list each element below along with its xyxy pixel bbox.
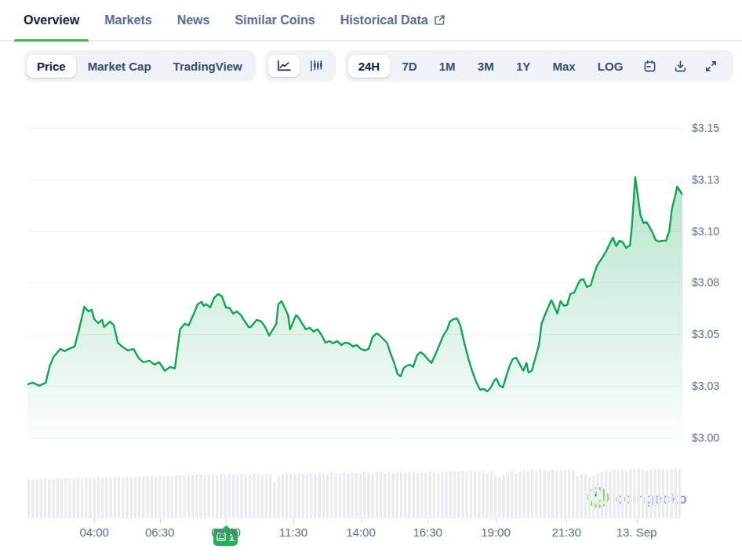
date-range-button[interactable]	[635, 55, 664, 78]
chart-area[interactable]: $3.15$3.13$3.10$3.08$3.05$3.03$3.00	[0, 83, 742, 560]
volume-bar	[44, 478, 46, 518]
download-chart-button[interactable]	[666, 55, 695, 78]
volume-bar	[265, 474, 267, 518]
volume-bar	[592, 475, 595, 518]
volume-bar	[408, 471, 410, 518]
volume-bar	[539, 469, 541, 518]
x-axis-label: 19:00	[481, 525, 511, 539]
volume-bar	[166, 475, 169, 518]
x-axis-label: 21:30	[551, 525, 581, 539]
volume-bar	[670, 469, 672, 518]
volume-bar	[555, 471, 558, 518]
volume-bar	[518, 471, 521, 518]
volume-bar	[134, 478, 136, 518]
tab-news[interactable]: News	[168, 0, 220, 40]
volume-bar	[175, 475, 177, 518]
volume-bar	[617, 471, 620, 518]
volume-bar	[547, 471, 550, 518]
price-button[interactable]: Price	[27, 55, 76, 78]
volume-bar	[441, 471, 443, 518]
volume-bar	[171, 476, 173, 518]
volume-bar	[105, 477, 107, 518]
volume-bar	[666, 471, 668, 518]
volume-bar	[428, 471, 431, 518]
volume-bar	[642, 469, 644, 518]
x-axis-label: 13. Sep	[617, 525, 657, 539]
volume-bar	[293, 475, 296, 518]
y-axis-label: $3.00	[692, 431, 719, 444]
volume-bar	[498, 478, 500, 518]
volume-bar	[445, 471, 447, 518]
volume-bar	[114, 478, 116, 518]
volume-bar	[187, 475, 190, 518]
volume-bar	[596, 473, 598, 518]
tab-historical-data[interactable]: Historical Data	[331, 0, 455, 40]
download-icon	[674, 60, 687, 73]
volume-bar	[302, 474, 304, 518]
tab-markets[interactable]: Markets	[95, 0, 161, 40]
volume-bar	[649, 469, 652, 518]
tab-similar-coins[interactable]: Similar Coins	[225, 0, 324, 40]
volume-bar	[351, 472, 353, 518]
volume-bar	[544, 471, 546, 518]
volume-bar	[391, 473, 394, 518]
volume-bar	[653, 470, 656, 518]
tradingview-button[interactable]: TradingView	[163, 55, 253, 78]
volume-bar	[588, 477, 591, 518]
volume-bar	[494, 475, 496, 518]
volume-bar	[142, 477, 144, 518]
range-3m-button[interactable]: 3M	[467, 55, 504, 78]
tab-overview[interactable]: Overview	[14, 0, 89, 40]
fullscreen-button[interactable]	[697, 55, 726, 78]
x-axis-label: 11:30	[279, 525, 307, 539]
volume-bar	[363, 472, 366, 518]
x-axis-tick	[427, 518, 428, 523]
price-series-canvas[interactable]	[27, 110, 682, 439]
volume-bar	[584, 475, 587, 518]
log-scale-button[interactable]: LOG	[587, 55, 634, 78]
volume-bar	[125, 476, 128, 518]
volume-bar	[367, 473, 369, 518]
volume-bar	[158, 476, 161, 518]
volume-bar	[486, 473, 489, 518]
volume-bar	[453, 471, 456, 518]
y-axis-label: $3.13	[692, 173, 719, 186]
volume-bar	[522, 471, 525, 518]
tab-similar-coins-label: Similar Coins	[235, 13, 315, 27]
calendar-icon	[643, 60, 657, 73]
volume-bar	[27, 479, 30, 518]
range-7d-button[interactable]: 7D	[391, 55, 427, 78]
volume-bar	[35, 478, 38, 518]
volume-bar	[89, 478, 91, 518]
x-axis-label: 14:00	[346, 525, 376, 539]
range-1y-button[interactable]: 1Y	[506, 55, 540, 78]
volume-bar	[515, 473, 517, 518]
volume-bar	[240, 474, 242, 518]
volume-bar	[457, 471, 460, 518]
volume-bar	[77, 478, 79, 518]
volume-bar	[613, 470, 615, 518]
volume-bars-canvas[interactable]	[27, 465, 682, 518]
tab-news-label: News	[177, 13, 210, 27]
x-axis-tick	[637, 518, 638, 523]
volume-bar	[572, 470, 574, 518]
volume-bar	[334, 473, 336, 518]
volume-bar	[203, 475, 206, 518]
range-1m-button[interactable]: 1M	[429, 55, 466, 78]
line-chart-button[interactable]	[268, 55, 300, 77]
volume-bar	[286, 473, 288, 518]
volume-bar	[376, 472, 378, 518]
volume-bar	[326, 474, 329, 518]
x-axis-tick	[566, 518, 567, 523]
range-24h-button[interactable]: 24H	[348, 55, 391, 78]
volume-bar	[256, 475, 259, 518]
candlestick-chart-button[interactable]	[301, 55, 333, 77]
volume-bar	[289, 474, 292, 518]
range-max-button[interactable]: Max	[542, 55, 585, 78]
volume-bar	[195, 475, 198, 518]
market-cap-button[interactable]: Market Cap	[78, 55, 162, 78]
volume-bar	[183, 476, 185, 518]
volume-bar	[449, 471, 452, 518]
tab-overview-label: Overview	[24, 13, 79, 27]
volume-bar	[220, 475, 222, 518]
